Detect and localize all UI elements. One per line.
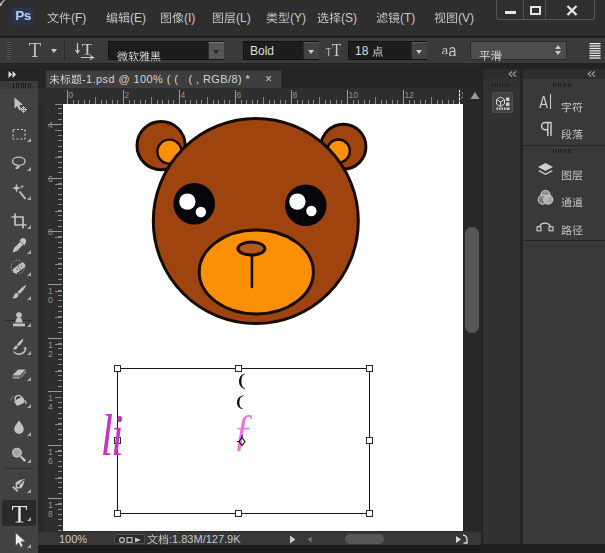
- svg-text:12: 12: [405, 90, 415, 100]
- svg-text:4: 4: [181, 90, 186, 100]
- svg-text:0: 0: [48, 295, 53, 305]
- svg-text:6: 6: [237, 90, 242, 100]
- svg-text:8: 8: [48, 509, 53, 519]
- svg-text:6: 6: [48, 456, 53, 466]
- svg-text:1: 1: [461, 90, 464, 100]
- svg-text:8: 8: [48, 227, 53, 237]
- svg-text:2: 2: [125, 90, 130, 100]
- svg-text:6: 6: [48, 174, 53, 184]
- svg-text:4: 4: [48, 402, 53, 412]
- svg-text:10: 10: [349, 90, 359, 100]
- svg-text:0: 0: [69, 90, 74, 100]
- svg-text:2: 2: [48, 349, 53, 359]
- svg-text:4: 4: [48, 120, 53, 130]
- svg-text:8: 8: [293, 90, 298, 100]
